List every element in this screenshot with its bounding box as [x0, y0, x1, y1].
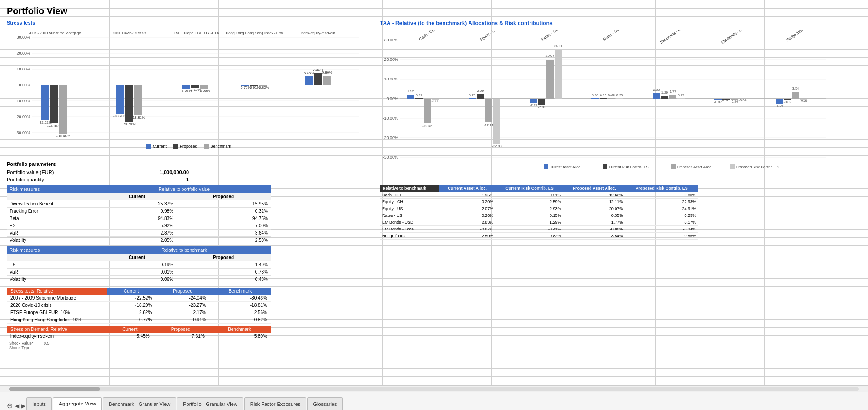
stress-rel-row-benchmark: -0.82% — [210, 316, 271, 324]
scroll-thumb[interactable] — [9, 387, 100, 391]
risk-col-current: Current — [98, 193, 176, 200]
portfolio-value-row: Portfolio value (EUR) 1,000,000.00 — [7, 169, 189, 176]
svg-text:5.80%: 5.80% — [322, 70, 333, 75]
portfolio-quantity-row: Portfolio quantity 1 — [7, 176, 189, 183]
shock-type-row: Shock Type — [7, 345, 371, 350]
stress-tests-label: Stress tests — [7, 20, 371, 25]
svg-rect-16 — [50, 85, 58, 123]
taa-table: Relative to benchmark Current Asset Allo… — [380, 185, 698, 240]
risk-row-proposed: 2.59% — [176, 237, 271, 244]
demand-shock-info: Shock Value* 0.5 — [7, 341, 371, 345]
svg-rect-102 — [653, 93, 660, 99]
svg-text:FTSE Europe GBI EUR -10%: FTSE Europe GBI EUR -10% — [172, 31, 219, 35]
stress-rel-row-proposed: -2.17% — [156, 309, 210, 316]
demand-col-proposed: Proposed — [153, 326, 208, 333]
risk-row-label: Diversification Benefit — [7, 200, 98, 208]
stress-rel-row-proposed: -24.04% — [156, 295, 210, 302]
taa-row-pa: 1.77% — [564, 219, 626, 226]
stress-rel-row-current: -2.62% — [107, 309, 156, 316]
svg-text:1.29: 1.29 — [661, 90, 668, 95]
svg-rect-42 — [305, 76, 313, 85]
risk-row-current: 94.83% — [98, 215, 176, 222]
tab-risk-factor[interactable]: Risk Factor Exposures — [244, 397, 307, 410]
svg-text:-20.00%: -20.00% — [15, 115, 30, 119]
table-row: index-equity-msci-em 5.45% 7.31% 5.80% — [7, 333, 271, 340]
taa-row-cr: 0.15% — [495, 212, 563, 219]
scroll-track[interactable] — [9, 387, 859, 391]
risk-bench-label: Volatility — [7, 276, 98, 283]
taa-row-label: Cash - CH — [380, 192, 439, 199]
portfolio-value-label: Portfolio value (EUR) — [7, 170, 54, 175]
sheet-nav-right[interactable]: ▶ — [21, 403, 25, 409]
stress-rel-row-benchmark: -2.56% — [210, 309, 271, 316]
risk-row-current: 0.98% — [98, 208, 176, 215]
taa-row-cr: -0.41% — [495, 226, 563, 233]
svg-text:-30.00%: -30.00% — [15, 130, 30, 135]
svg-rect-74 — [424, 99, 431, 123]
svg-text:24.91: 24.91 — [554, 44, 563, 48]
svg-rect-82 — [485, 99, 492, 122]
svg-text:Hong Kong Hang Seng Index -10%: Hong Kong Hang Seng Index -10% — [226, 31, 283, 35]
table-row: Diversification Benefit 25.37% 15.95% — [7, 200, 271, 208]
taa-row-pa: -0.80% — [564, 226, 626, 233]
stress-rel-col-benchmark: Benchmark — [210, 288, 271, 295]
risk-bench-current: -0.19% — [98, 261, 176, 269]
sheet-nav-left[interactable]: ◀ — [15, 403, 19, 409]
svg-text:-2.50: -2.50 — [775, 104, 783, 108]
scrollbar-area[interactable] — [0, 385, 868, 392]
svg-rect-106 — [669, 95, 676, 99]
svg-text:20.00%: 20.00% — [16, 51, 30, 55]
svg-text:20.07: 20.07 — [546, 54, 555, 58]
svg-text:20.00%: 20.00% — [384, 57, 398, 62]
stress-chart: 30.00% 20.00% 10.00% 0.00% -10.00% -20.0… — [7, 27, 371, 155]
tab-inputs-label: Inputs — [32, 401, 46, 407]
svg-rect-128 — [603, 164, 607, 169]
demand-row-current: 5.45% — [107, 333, 153, 340]
stress-demand-table: Stress on Demand, Relative Current Propo… — [7, 326, 271, 340]
table-row: EM Bonds - USD 2.83% 1.29% 1.77% 0.17% — [380, 219, 698, 226]
legend-proposed: Proposed — [173, 144, 197, 149]
risk-portfolio-body: Diversification Benefit 25.37% 15.95% Tr… — [7, 200, 271, 244]
legend-current-color — [146, 144, 151, 149]
legend-benchmark-label: Benchmark — [211, 144, 232, 149]
tab-glossaries[interactable]: Glossaries — [307, 397, 343, 410]
stress-chart-svg: 30.00% 20.00% 10.00% 0.00% -10.00% -20.0… — [7, 27, 362, 145]
svg-text:-23.27%: -23.27% — [122, 122, 136, 126]
page-title: Portfolio View — [7, 4, 861, 16]
add-sheet-button[interactable]: ⊕ — [7, 401, 13, 410]
table-row: VaR 0.01% 0.78% — [7, 269, 271, 276]
table-row: ES 5.92% 7.00% — [7, 222, 271, 230]
demand-col-current: Current — [107, 326, 153, 333]
taa-row-cr: -0.82% — [495, 233, 563, 240]
svg-text:3.54: 3.54 — [792, 86, 799, 90]
tab-inputs[interactable]: Inputs — [26, 397, 52, 410]
stress-rel-row-current: -0.77% — [107, 316, 156, 324]
taa-title: TAA - Relative (to the benchmark) Alloca… — [380, 20, 861, 26]
svg-text:0.25: 0.25 — [616, 93, 623, 97]
tab-actions-left: ⊕ ◀ ▶ — [7, 401, 25, 410]
risk-bench-label: ES — [7, 261, 98, 269]
svg-text:Proposed Risk Contrib. ES: Proposed Risk Contrib. ES — [736, 165, 779, 169]
taa-row-pr: -0.34% — [625, 226, 698, 233]
taa-chart-svg: 30.00% 20.00% 10.00% 0.00% -10.00% -20.0… — [380, 30, 835, 175]
stress-relative-section: Stress tests, Relative Current Proposed … — [7, 288, 371, 324]
svg-text:30.00%: 30.00% — [384, 38, 398, 42]
tab-risk-factor-label: Risk Factor Exposures — [250, 401, 301, 407]
taa-row-pr: -0.80% — [625, 192, 698, 199]
tab-bar: ⊕ ◀ ▶ Inputs Aggregate View Benchmark - … — [0, 392, 868, 410]
taa-col-ca: Current Asset Alloc. — [439, 185, 495, 192]
svg-text:30.00%: 30.00% — [16, 35, 30, 40]
svg-text:-30.46%: -30.46% — [56, 134, 70, 138]
taa-col-cr: Current Risk Contrib. ES — [495, 185, 563, 192]
svg-rect-122 — [792, 92, 799, 99]
risk-benchmark-empty — [7, 254, 98, 261]
tab-aggregate[interactable]: Aggregate View — [53, 397, 102, 410]
taa-row-cr: 0.21% — [495, 192, 563, 199]
demand-title: Stress on Demand, Relative — [7, 326, 107, 333]
tab-benchmark-granular[interactable]: Benchmark - Granular View — [103, 397, 176, 410]
tab-portfolio-granular[interactable]: Portfolio - Granular View — [177, 397, 243, 410]
svg-rect-98 — [608, 98, 615, 99]
svg-rect-21 — [116, 85, 124, 114]
shock-value: 0.5 — [44, 341, 50, 345]
stress-rel-header: Stress tests, Relative Current Proposed … — [7, 288, 271, 295]
